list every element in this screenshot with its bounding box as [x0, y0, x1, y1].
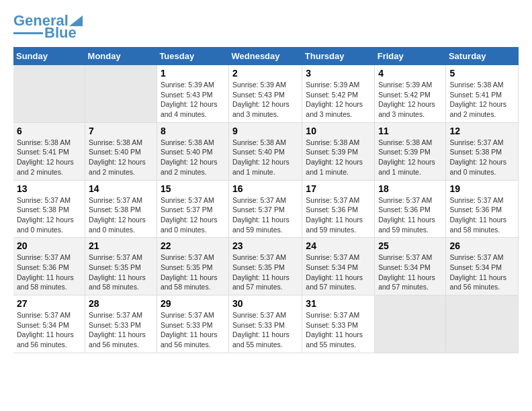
day-info: Sunrise: 5:37 AMSunset: 5:38 PMDaylight:… — [17, 195, 81, 235]
calendar-cell: 21Sunrise: 5:37 AMSunset: 5:35 PMDayligh… — [85, 238, 157, 295]
day-number: 3 — [306, 68, 371, 79]
logo-blue-text: Blue — [44, 26, 77, 40]
calendar-cell: 15Sunrise: 5:37 AMSunset: 5:37 PMDayligh… — [157, 180, 228, 238]
day-info: Sunrise: 5:37 AMSunset: 5:33 PMDaylight:… — [232, 310, 298, 350]
calendar-cell: 6Sunrise: 5:38 AMSunset: 5:41 PMDaylight… — [13, 122, 85, 180]
day-info: Sunrise: 5:37 AMSunset: 5:34 PMDaylight:… — [449, 253, 515, 292]
day-info: Sunrise: 5:37 AMSunset: 5:37 PMDaylight:… — [232, 195, 298, 235]
day-number: 6 — [17, 126, 81, 136]
calendar-cell: 18Sunrise: 5:37 AMSunset: 5:36 PMDayligh… — [375, 180, 446, 238]
day-number: 27 — [17, 298, 81, 309]
calendar-header-row: SundayMondayTuesdayWednesdayThursdayFrid… — [13, 47, 519, 65]
calendar-cell: 4Sunrise: 5:39 AMSunset: 5:42 PMDaylight… — [375, 65, 446, 122]
weekday-header-sunday: Sunday — [13, 47, 85, 65]
calendar-cell: 22Sunrise: 5:37 AMSunset: 5:35 PMDayligh… — [157, 238, 228, 295]
calendar-cell: 14Sunrise: 5:37 AMSunset: 5:38 PMDayligh… — [85, 180, 157, 238]
calendar-cell — [85, 65, 157, 122]
day-number: 1 — [161, 68, 225, 79]
calendar-cell: 8Sunrise: 5:38 AMSunset: 5:40 PMDaylight… — [157, 122, 228, 180]
day-number: 5 — [449, 68, 515, 79]
day-info: Sunrise: 5:38 AMSunset: 5:41 PMDaylight:… — [17, 138, 81, 177]
calendar-cell: 28Sunrise: 5:37 AMSunset: 5:33 PMDayligh… — [85, 295, 157, 353]
day-number: 21 — [89, 240, 153, 251]
day-number: 2 — [232, 68, 298, 79]
calendar-cell: 7Sunrise: 5:38 AMSunset: 5:40 PMDaylight… — [85, 122, 157, 180]
calendar-cell: 2Sunrise: 5:39 AMSunset: 5:43 PMDaylight… — [229, 65, 302, 122]
weekday-header-friday: Friday — [375, 47, 446, 65]
day-number: 9 — [232, 126, 298, 136]
day-info: Sunrise: 5:38 AMSunset: 5:41 PMDaylight:… — [449, 80, 515, 120]
day-number: 16 — [232, 183, 298, 194]
calendar-cell: 30Sunrise: 5:37 AMSunset: 5:33 PMDayligh… — [229, 295, 302, 353]
day-number: 17 — [306, 183, 371, 194]
weekday-header-saturday: Saturday — [446, 47, 519, 65]
page-header: General Blue — [13, 13, 519, 40]
day-number: 14 — [89, 183, 153, 194]
calendar-cell: 5Sunrise: 5:38 AMSunset: 5:41 PMDaylight… — [446, 65, 519, 122]
calendar-cell: 9Sunrise: 5:38 AMSunset: 5:40 PMDaylight… — [229, 122, 302, 180]
day-number: 12 — [449, 126, 515, 136]
weekday-header-wednesday: Wednesday — [229, 47, 302, 65]
day-number: 13 — [17, 183, 81, 194]
day-number: 20 — [17, 240, 81, 251]
day-info: Sunrise: 5:37 AMSunset: 5:35 PMDaylight:… — [232, 253, 298, 292]
day-info: Sunrise: 5:37 AMSunset: 5:33 PMDaylight:… — [161, 310, 225, 350]
day-info: Sunrise: 5:37 AMSunset: 5:35 PMDaylight:… — [89, 253, 153, 292]
calendar-cell: 16Sunrise: 5:37 AMSunset: 5:37 PMDayligh… — [229, 180, 302, 238]
day-info: Sunrise: 5:37 AMSunset: 5:38 PMDaylight:… — [449, 138, 515, 177]
day-number: 25 — [378, 240, 442, 251]
day-number: 15 — [161, 183, 225, 194]
calendar-cell: 20Sunrise: 5:37 AMSunset: 5:36 PMDayligh… — [13, 238, 85, 295]
day-info: Sunrise: 5:38 AMSunset: 5:40 PMDaylight:… — [232, 138, 298, 177]
calendar-week-row: 27Sunrise: 5:37 AMSunset: 5:34 PMDayligh… — [13, 295, 519, 353]
day-info: Sunrise: 5:37 AMSunset: 5:38 PMDaylight:… — [89, 195, 153, 235]
weekday-header-tuesday: Tuesday — [157, 47, 228, 65]
day-number: 29 — [161, 298, 225, 309]
calendar-week-row: 20Sunrise: 5:37 AMSunset: 5:36 PMDayligh… — [13, 238, 519, 295]
calendar-cell: 13Sunrise: 5:37 AMSunset: 5:38 PMDayligh… — [13, 180, 85, 238]
calendar-week-row: 6Sunrise: 5:38 AMSunset: 5:41 PMDaylight… — [13, 122, 519, 180]
day-number: 30 — [232, 298, 298, 309]
day-info: Sunrise: 5:39 AMSunset: 5:43 PMDaylight:… — [232, 80, 298, 120]
day-number: 28 — [89, 298, 153, 309]
calendar-cell: 24Sunrise: 5:37 AMSunset: 5:34 PMDayligh… — [302, 238, 375, 295]
day-info: Sunrise: 5:37 AMSunset: 5:34 PMDaylight:… — [378, 253, 442, 292]
calendar-cell — [446, 295, 519, 353]
day-info: Sunrise: 5:37 AMSunset: 5:33 PMDaylight:… — [89, 310, 153, 350]
day-number: 22 — [161, 240, 225, 251]
calendar-cell: 23Sunrise: 5:37 AMSunset: 5:35 PMDayligh… — [229, 238, 302, 295]
calendar-table: SundayMondayTuesdayWednesdayThursdayFrid… — [13, 47, 519, 353]
day-info: Sunrise: 5:38 AMSunset: 5:39 PMDaylight:… — [378, 138, 442, 177]
day-info: Sunrise: 5:37 AMSunset: 5:36 PMDaylight:… — [306, 195, 371, 235]
day-number: 7 — [89, 126, 153, 136]
day-info: Sunrise: 5:37 AMSunset: 5:35 PMDaylight:… — [161, 253, 225, 292]
weekday-header-monday: Monday — [85, 47, 157, 65]
day-number: 24 — [306, 240, 371, 251]
calendar-cell: 31Sunrise: 5:37 AMSunset: 5:33 PMDayligh… — [302, 295, 375, 353]
calendar-cell: 25Sunrise: 5:37 AMSunset: 5:34 PMDayligh… — [375, 238, 446, 295]
calendar-cell: 12Sunrise: 5:37 AMSunset: 5:38 PMDayligh… — [446, 122, 519, 180]
day-info: Sunrise: 5:37 AMSunset: 5:34 PMDaylight:… — [306, 253, 371, 292]
day-info: Sunrise: 5:39 AMSunset: 5:42 PMDaylight:… — [306, 80, 371, 120]
day-number: 18 — [378, 183, 442, 194]
calendar-cell: 27Sunrise: 5:37 AMSunset: 5:34 PMDayligh… — [13, 295, 85, 353]
day-info: Sunrise: 5:39 AMSunset: 5:43 PMDaylight:… — [161, 80, 225, 120]
calendar-week-row: 13Sunrise: 5:37 AMSunset: 5:38 PMDayligh… — [13, 180, 519, 238]
day-number: 26 — [449, 240, 515, 251]
calendar-cell: 10Sunrise: 5:38 AMSunset: 5:39 PMDayligh… — [302, 122, 375, 180]
calendar-week-row: 1Sunrise: 5:39 AMSunset: 5:43 PMDaylight… — [13, 65, 519, 122]
day-info: Sunrise: 5:37 AMSunset: 5:36 PMDaylight:… — [17, 253, 81, 292]
day-info: Sunrise: 5:38 AMSunset: 5:39 PMDaylight:… — [306, 138, 371, 177]
day-info: Sunrise: 5:37 AMSunset: 5:36 PMDaylight:… — [378, 195, 442, 235]
day-number: 10 — [306, 126, 371, 136]
calendar-cell: 3Sunrise: 5:39 AMSunset: 5:42 PMDaylight… — [302, 65, 375, 122]
day-info: Sunrise: 5:37 AMSunset: 5:34 PMDaylight:… — [17, 310, 81, 350]
day-number: 23 — [232, 240, 298, 251]
calendar-cell: 11Sunrise: 5:38 AMSunset: 5:39 PMDayligh… — [375, 122, 446, 180]
day-number: 8 — [161, 126, 225, 136]
calendar-cell: 1Sunrise: 5:39 AMSunset: 5:43 PMDaylight… — [157, 65, 228, 122]
day-number: 19 — [449, 183, 515, 194]
day-info: Sunrise: 5:38 AMSunset: 5:40 PMDaylight:… — [161, 138, 225, 177]
calendar-cell: 17Sunrise: 5:37 AMSunset: 5:36 PMDayligh… — [302, 180, 375, 238]
day-number: 4 — [378, 68, 442, 79]
